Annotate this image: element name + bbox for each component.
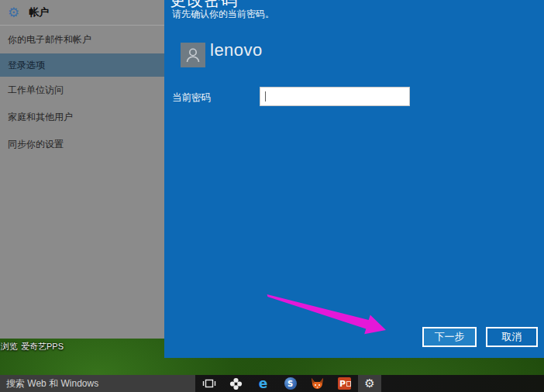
desktop-icon-label[interactable]: 爱奇艺PPS bbox=[21, 342, 64, 351]
sidebar-item-label: 同步你的设置 bbox=[8, 138, 64, 151]
sidebar-item-work-access[interactable]: 工作单位访问 bbox=[0, 77, 164, 104]
annotation-arrow bbox=[263, 290, 395, 344]
sidebar-nav: 你的电子邮件和帐户 登录选项 工作单位访问 家庭和其他用户 同步你的设置 bbox=[0, 26, 164, 158]
search-placeholder-text: 搜索 Web 和 Windows bbox=[6, 377, 98, 390]
current-password-label: 当前密码 bbox=[172, 91, 211, 105]
taskbar-search-box[interactable]: 搜索 Web 和 Windows bbox=[0, 375, 195, 392]
sidebar-item-family-other-users[interactable]: 家庭和其他用户 bbox=[0, 104, 164, 131]
pinwheel-icon bbox=[229, 377, 243, 390]
desktop-wallpaper: 浏览 爱奇艺PPS ⚙ 帐户 你的电子邮件和帐户 登录选项 工作单位访问 家庭和… bbox=[0, 0, 544, 392]
user-avatar bbox=[181, 43, 205, 67]
current-password-input[interactable] bbox=[260, 87, 410, 106]
sidebar-item-label: 工作单位访问 bbox=[8, 84, 64, 97]
sogou-letter: S bbox=[287, 380, 293, 388]
firefox-button[interactable] bbox=[304, 375, 331, 392]
powerpoint-button[interactable]: P bbox=[331, 375, 358, 392]
powerpoint-letter: P bbox=[339, 380, 346, 388]
taskbar: 搜索 Web 和 Windows e S bbox=[0, 375, 544, 392]
powerpoint-icon: P bbox=[338, 377, 351, 390]
edge-browser-button[interactable]: e bbox=[250, 375, 277, 392]
text-caret bbox=[265, 91, 266, 101]
cancel-button[interactable]: 取消 bbox=[486, 327, 538, 347]
user-name: lenovo bbox=[210, 40, 263, 60]
current-password-field[interactable] bbox=[260, 88, 409, 105]
settings-gear-icon: ⚙ bbox=[8, 6, 19, 19]
person-icon bbox=[181, 43, 205, 67]
sidebar-item-label: 登录选项 bbox=[8, 59, 45, 72]
sidebar-item-sync-settings[interactable]: 同步你的设置 bbox=[0, 131, 164, 158]
task-view-button[interactable] bbox=[195, 375, 222, 392]
password-prompt: 请先确认你的当前密码。 bbox=[172, 8, 274, 21]
firefox-icon bbox=[310, 377, 325, 390]
task-view-icon bbox=[202, 378, 216, 389]
desktop-icon-label[interactable]: 浏览 bbox=[1, 342, 18, 351]
settings-gear-taskbar-icon: ⚙ bbox=[364, 378, 374, 390]
powerpoint-slide-glyph bbox=[346, 381, 351, 387]
sidebar-item-label: 你的电子邮件和帐户 bbox=[8, 33, 91, 46]
page-title: 帐户 bbox=[29, 5, 49, 19]
change-password-panel: 更改密码 请先确认你的当前密码。 lenovo 当前密码 下一步 取消 bbox=[164, 0, 544, 358]
sidebar-item-label: 家庭和其他用户 bbox=[8, 111, 73, 124]
next-button[interactable]: 下一步 bbox=[422, 327, 477, 347]
sidebar-item-signin-options[interactable]: 登录选项 bbox=[0, 53, 164, 77]
pinwheel-app-button[interactable] bbox=[222, 375, 250, 392]
settings-app-button[interactable]: ⚙ bbox=[358, 375, 381, 392]
sogou-icon: S bbox=[284, 377, 297, 390]
edge-icon: e bbox=[259, 377, 268, 390]
sidebar-header: ⚙ 帐户 bbox=[0, 0, 164, 26]
sogou-browser-button[interactable]: S bbox=[277, 375, 304, 392]
sidebar-item-email-accounts[interactable]: 你的电子邮件和帐户 bbox=[0, 26, 164, 53]
settings-sidebar: ⚙ 帐户 你的电子邮件和帐户 登录选项 工作单位访问 家庭和其他用户 同步你的设… bbox=[0, 0, 164, 339]
